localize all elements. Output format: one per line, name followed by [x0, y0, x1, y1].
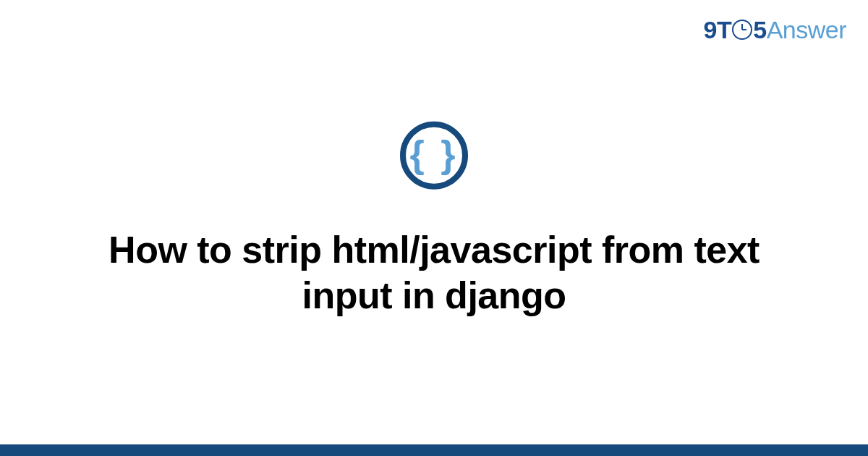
footer-accent-bar: [0, 444, 868, 456]
logo-text-5: 5: [753, 16, 766, 44]
logo-text-answer: Answer: [767, 16, 846, 44]
category-badge: { }: [400, 122, 468, 190]
question-title: How to strip html/javascript from text i…: [72, 227, 796, 319]
code-braces-icon: { }: [410, 135, 459, 173]
site-logo: 9T 5 Answer: [704, 16, 846, 44]
logo-text-9t: 9T: [704, 16, 732, 44]
main-content: { } How to strip html/javascript from te…: [0, 122, 868, 319]
clock-icon: [732, 20, 752, 40]
